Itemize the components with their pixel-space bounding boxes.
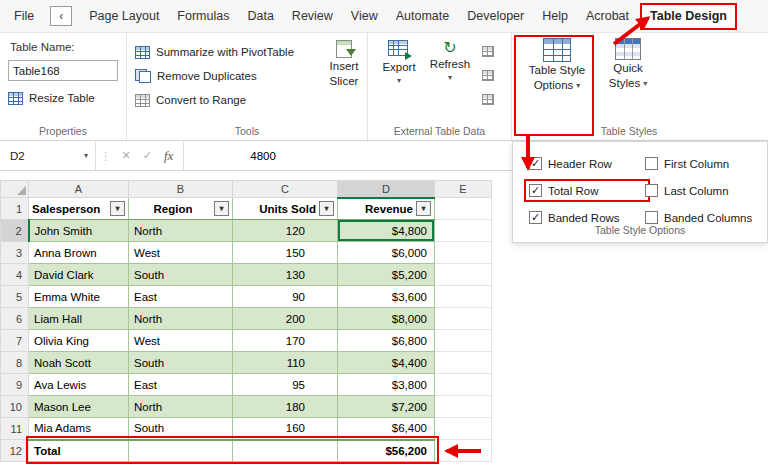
- filter-button-revenue[interactable]: ▾: [416, 201, 431, 216]
- cell-D7[interactable]: $6,800: [338, 330, 435, 352]
- cell-B10[interactable]: North: [129, 396, 233, 418]
- tabs-scroll-left-button[interactable]: ‹: [50, 6, 72, 26]
- cell-C7[interactable]: 170: [233, 330, 338, 352]
- cell-D2[interactable]: $4,800: [338, 220, 435, 242]
- tab-file[interactable]: File: [0, 0, 48, 32]
- row-header-1[interactable]: 1: [1, 198, 29, 220]
- row-header-6[interactable]: 6: [1, 308, 29, 330]
- name-box[interactable]: D2 ▾: [0, 141, 96, 170]
- column-header-E[interactable]: E: [435, 181, 492, 198]
- cell-E7[interactable]: [435, 330, 492, 352]
- cell-E6[interactable]: [435, 308, 492, 330]
- column-header-A[interactable]: A: [29, 181, 129, 198]
- row-header-9[interactable]: 9: [1, 374, 29, 396]
- column-header-C[interactable]: C: [233, 181, 338, 198]
- refresh-button[interactable]: ↻ Refresh ▾: [426, 40, 474, 82]
- cell-C8[interactable]: 110: [233, 352, 338, 374]
- cell-C2[interactable]: 120: [233, 220, 338, 242]
- cell-D11[interactable]: $6,400: [338, 418, 435, 440]
- cell-A4[interactable]: David Clark: [29, 264, 129, 286]
- cancel-icon[interactable]: ✕: [116, 149, 137, 162]
- cell-B11[interactable]: South: [129, 418, 233, 440]
- table-name-input[interactable]: [8, 60, 118, 81]
- filter-button-units-sold[interactable]: ▾: [319, 201, 334, 216]
- cell-B12[interactable]: [129, 440, 233, 462]
- remove-duplicates-button[interactable]: Remove Duplicates: [135, 66, 257, 86]
- checkbox-header-row[interactable]: ✓Header Row: [529, 157, 645, 170]
- cell-A6[interactable]: Liam Hall: [29, 308, 129, 330]
- cell-C5[interactable]: 90: [233, 286, 338, 308]
- cell-A7[interactable]: Olivia King: [29, 330, 129, 352]
- resize-table-button[interactable]: Resize Table: [8, 88, 95, 108]
- cell-A9[interactable]: Ava Lewis: [29, 374, 129, 396]
- cell-A5[interactable]: Emma White: [29, 286, 129, 308]
- cell-A2[interactable]: John Smith: [29, 220, 129, 242]
- cell-D6[interactable]: $8,000: [338, 308, 435, 330]
- tab-view[interactable]: View: [342, 0, 387, 32]
- row-header-3[interactable]: 3: [1, 242, 29, 264]
- cell-A12[interactable]: Total: [29, 440, 129, 462]
- cell-B8[interactable]: South: [129, 352, 233, 374]
- cell-A10[interactable]: Mason Lee: [29, 396, 129, 418]
- cell-E5[interactable]: [435, 286, 492, 308]
- tab-formulas[interactable]: Formulas: [168, 0, 238, 32]
- row-header-12[interactable]: 12: [1, 440, 29, 462]
- cell-C3[interactable]: 150: [233, 242, 338, 264]
- checkbox-banded-rows[interactable]: ✓Banded Rows: [529, 211, 645, 224]
- tab-page-layout[interactable]: Page Layout: [80, 0, 168, 32]
- convert-to-range-button[interactable]: Convert to Range: [135, 90, 246, 110]
- column-header-D[interactable]: D: [338, 181, 435, 198]
- open-in-browser-button[interactable]: [482, 65, 494, 85]
- cell-B6[interactable]: North: [129, 308, 233, 330]
- cell-C4[interactable]: 130: [233, 264, 338, 286]
- cell-C6[interactable]: 200: [233, 308, 338, 330]
- formula-bar-value[interactable]: 4800: [250, 150, 276, 162]
- cell-C12[interactable]: [233, 440, 338, 462]
- row-header-11[interactable]: 11: [1, 418, 29, 440]
- tab-table-design[interactable]: Table Design: [640, 3, 737, 30]
- formula-bar-splitter[interactable]: ⋮: [96, 149, 116, 163]
- summarize-with-pivottable-button[interactable]: Summarize with PivotTable: [135, 42, 294, 62]
- checkbox-total-row[interactable]: ✓Total Row: [529, 184, 645, 197]
- row-header-7[interactable]: 7: [1, 330, 29, 352]
- unlink-button[interactable]: [482, 89, 494, 109]
- cell-B3[interactable]: West: [129, 242, 233, 264]
- cell-B2[interactable]: North: [129, 220, 233, 242]
- checkbox-first-column[interactable]: First Column: [645, 157, 752, 170]
- cell-E4[interactable]: [435, 264, 492, 286]
- cell-E2[interactable]: [435, 220, 492, 242]
- checkbox-banded-columns[interactable]: Banded Columns: [645, 211, 752, 224]
- select-all-corner[interactable]: [1, 181, 29, 198]
- cell-C10[interactable]: 180: [233, 396, 338, 418]
- column-header-B[interactable]: B: [129, 181, 233, 198]
- checkbox-last-column[interactable]: Last Column: [645, 184, 752, 197]
- cell-B9[interactable]: East: [129, 374, 233, 396]
- cell-E8[interactable]: [435, 352, 492, 374]
- filter-button-salesperson[interactable]: ▾: [110, 201, 125, 216]
- export-button[interactable]: Export ▾: [376, 40, 422, 85]
- cell-D3[interactable]: $6,000: [338, 242, 435, 264]
- name-box-dropdown-icon[interactable]: ▾: [84, 151, 88, 160]
- enter-icon[interactable]: ✓: [137, 149, 158, 162]
- tab-developer[interactable]: Developer: [458, 0, 533, 32]
- cell-E12[interactable]: [435, 440, 492, 462]
- cell-C11[interactable]: 160: [233, 418, 338, 440]
- cell-B5[interactable]: East: [129, 286, 233, 308]
- data-range-properties-button[interactable]: [482, 41, 494, 61]
- cell-E1[interactable]: [435, 198, 492, 220]
- insert-slicer-button[interactable]: Insert Slicer: [323, 40, 365, 88]
- table-style-options-button[interactable]: Table Style Options ▾: [520, 38, 594, 92]
- cell-D8[interactable]: $4,400: [338, 352, 435, 374]
- tab-help[interactable]: Help: [533, 0, 577, 32]
- row-header-2[interactable]: 2: [1, 220, 29, 242]
- tab-review[interactable]: Review: [283, 0, 342, 32]
- cell-B4[interactable]: South: [129, 264, 233, 286]
- cell-D5[interactable]: $3,600: [338, 286, 435, 308]
- row-header-4[interactable]: 4: [1, 264, 29, 286]
- tab-data[interactable]: Data: [238, 0, 282, 32]
- cell-A11[interactable]: Mia Adams: [29, 418, 129, 440]
- filter-button-region[interactable]: ▾: [214, 201, 229, 216]
- cell-E11[interactable]: [435, 418, 492, 440]
- cell-D9[interactable]: $3,800: [338, 374, 435, 396]
- cell-E10[interactable]: [435, 396, 492, 418]
